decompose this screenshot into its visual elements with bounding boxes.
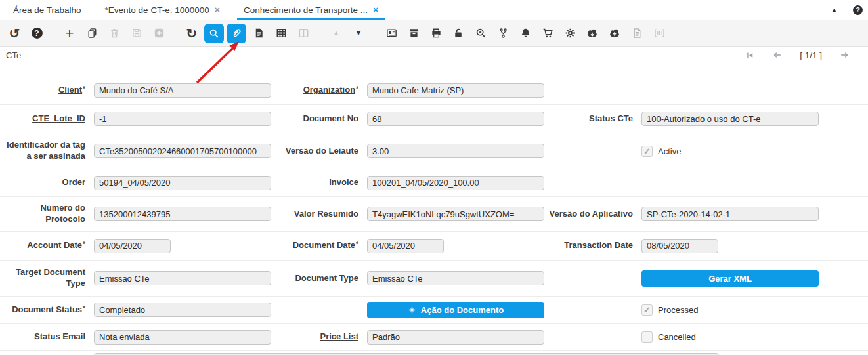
field-price-list[interactable]: Padrão xyxy=(367,330,544,345)
field-valor-resumido[interactable]: T4yagwEIK1oNLqc79uSgwtUXZOM= xyxy=(367,207,544,221)
field-label-text[interactable]: Client xyxy=(58,85,82,94)
field-cte-lote-id[interactable]: -1 xyxy=(94,112,271,126)
toolbar: ↺?+↻▲▼ xyxy=(0,20,868,47)
copy-record-icon[interactable] xyxy=(81,22,103,45)
field-order[interactable]: 50194_04/05/2020 xyxy=(94,176,271,190)
form-row: Document Status*CompletadoAção do Docume… xyxy=(0,297,868,324)
field-client[interactable]: Mundo do Café S/A xyxy=(94,83,271,98)
label-client[interactable]: Client* xyxy=(0,85,90,96)
field-label-text[interactable]: Price List xyxy=(320,331,358,341)
required-asterisk: * xyxy=(356,241,358,248)
archive-icon[interactable] xyxy=(402,22,425,45)
checkbox-processed[interactable]: ✓Processed xyxy=(638,304,819,316)
cte-form: Client*Mundo do Café S/AOrganization*Mun… xyxy=(0,64,868,355)
zoom-across-icon[interactable] xyxy=(469,22,492,45)
field-label-text: Document Status xyxy=(12,304,82,314)
field-label-text: Versão do Leiaute xyxy=(286,146,358,156)
label-status-email: Status Email xyxy=(0,331,90,343)
first-record-icon[interactable] xyxy=(745,51,755,60)
field-transaction-date[interactable]: 08/05/2020 xyxy=(641,239,718,253)
button-label: Gerar XML xyxy=(708,274,752,283)
record-position: [ 1/1 ] xyxy=(800,51,822,60)
field-vers-o-do-aplicativo[interactable]: SP-CTe-2020-14-02-1 xyxy=(641,207,819,221)
cloud-download-icon[interactable] xyxy=(581,22,603,45)
undo-icon[interactable]: ↺ xyxy=(3,22,26,45)
tab-bar: Área de Trabalho*Evento de CT-e: 1000000… xyxy=(0,0,868,20)
checkbox-checked-icon[interactable]: ✓ xyxy=(641,304,653,316)
window-help-icon[interactable]: ? xyxy=(853,5,863,15)
label-organization[interactable]: Organization* xyxy=(271,85,363,96)
field-document-type[interactable]: Emissao CTe xyxy=(367,271,544,285)
field-vers-o-do-leiaute[interactable]: 3.00 xyxy=(367,144,544,158)
field-label-text: Valor Resumido xyxy=(294,209,358,219)
attachment-icon[interactable] xyxy=(225,22,248,45)
detail-panel-icon xyxy=(292,22,315,45)
field-status-email[interactable]: Nota enviada xyxy=(94,330,271,345)
field-label-text: Status Email xyxy=(34,331,85,341)
previous-record-icon[interactable] xyxy=(772,50,783,60)
label-status-cte: Status CTe xyxy=(544,114,638,125)
tab-rea-de-trabalho[interactable]: Área de Trabalho xyxy=(7,0,88,20)
grid-toggle-icon[interactable] xyxy=(270,22,292,45)
label-invoice[interactable]: Invoice xyxy=(271,177,363,188)
label-document-status: Document Status* xyxy=(0,304,90,316)
detail-record-icon[interactable]: ▼ xyxy=(347,22,370,45)
field-label-text: Número do Protocolo xyxy=(40,203,85,224)
label-document-type[interactable]: Document Type xyxy=(271,273,363,284)
next-record-icon[interactable] xyxy=(839,50,850,60)
field-label-text[interactable]: Target Document Type xyxy=(16,267,85,288)
cart-icon[interactable] xyxy=(536,22,559,45)
field-status-cte[interactable]: 100-Autorizado o uso do CT-e xyxy=(641,112,819,126)
checkbox-active[interactable]: ✓Active xyxy=(638,146,819,157)
collapse-up-icon[interactable]: ▲ xyxy=(831,7,837,13)
close-tab-icon[interactable]: × xyxy=(373,5,378,14)
field-label-text: Account Date xyxy=(27,240,82,250)
new-record-icon[interactable]: + xyxy=(58,22,81,45)
field-identificador-da-tag-a-ser-assinada[interactable]: CTe352005002024660001705700100000 xyxy=(94,144,271,158)
label-order[interactable]: Order xyxy=(0,177,90,188)
field-label-text[interactable]: CTE_Lote_ID xyxy=(32,114,85,123)
checkbox-unchecked-icon[interactable] xyxy=(641,331,653,343)
close-tab-icon[interactable]: × xyxy=(215,5,220,14)
field-invoice[interactable]: 100201_04/05/2020_100.00 xyxy=(367,176,544,190)
field-label-text: Identificador da tag a ser assinada xyxy=(7,140,85,161)
gear-icon[interactable] xyxy=(559,22,581,45)
report-window-icon[interactable] xyxy=(380,22,402,45)
unlock-icon[interactable] xyxy=(447,22,469,45)
gerar-xml-button[interactable]: Gerar XML xyxy=(641,270,819,287)
field-n-mero-do-protocolo[interactable]: 135200012439795 xyxy=(94,207,271,221)
label-valor-resumido: Valor Resumido xyxy=(271,209,363,220)
field-account-date[interactable]: 04/05/2020 xyxy=(94,239,171,253)
field-label-text[interactable]: Document Type xyxy=(295,273,358,283)
label-price-list[interactable]: Price List xyxy=(271,331,363,343)
acao-do-documento-button[interactable]: Ação do Documento xyxy=(367,302,544,318)
file-icon[interactable] xyxy=(626,22,648,45)
field-label-text[interactable]: Order xyxy=(62,177,85,187)
checkbox-cancelled[interactable]: Cancelled xyxy=(638,331,819,343)
label-document-date: Document Date* xyxy=(271,240,363,251)
field-organization[interactable]: Mundo Cafe Matriz (SP) xyxy=(367,83,544,98)
field-document-status[interactable]: Completado xyxy=(94,303,271,317)
report-icon[interactable] xyxy=(248,22,270,45)
tab-label: *Evento de CT-e: 1000000 xyxy=(105,5,209,15)
field-document-date[interactable]: 04/05/2020 xyxy=(367,239,444,253)
gear-icon xyxy=(408,306,416,314)
field-label-text[interactable]: Organization xyxy=(303,85,355,94)
tab-conhecimento-de-transporte[interactable]: Conhecimento de Transporte ...× xyxy=(237,0,385,20)
label-account-date: Account Date* xyxy=(0,240,90,251)
field-document-no[interactable]: 68 xyxy=(367,112,544,126)
cloud-upload-icon[interactable] xyxy=(603,22,626,45)
requery-icon[interactable]: ↻ xyxy=(181,22,203,45)
workflow-icon[interactable] xyxy=(492,22,514,45)
label-n-mero-do-protocolo: Número do Protocolo xyxy=(0,203,90,225)
field-label-text[interactable]: Invoice xyxy=(329,177,358,187)
field-target-document-type[interactable]: Emissao CTe xyxy=(94,271,271,285)
bell-icon[interactable] xyxy=(514,22,536,45)
find-icon[interactable] xyxy=(203,22,225,45)
print-icon[interactable] xyxy=(425,22,447,45)
label-target-document-type[interactable]: Target Document Type xyxy=(0,267,90,289)
help-icon[interactable]: ? xyxy=(26,22,48,45)
tab-evento-de-ct-e-1000000[interactable]: *Evento de CT-e: 1000000× xyxy=(98,0,227,20)
label-cte-lote-id[interactable]: CTE_Lote_ID xyxy=(0,114,90,125)
checkbox-checked-icon[interactable]: ✓ xyxy=(641,146,653,157)
